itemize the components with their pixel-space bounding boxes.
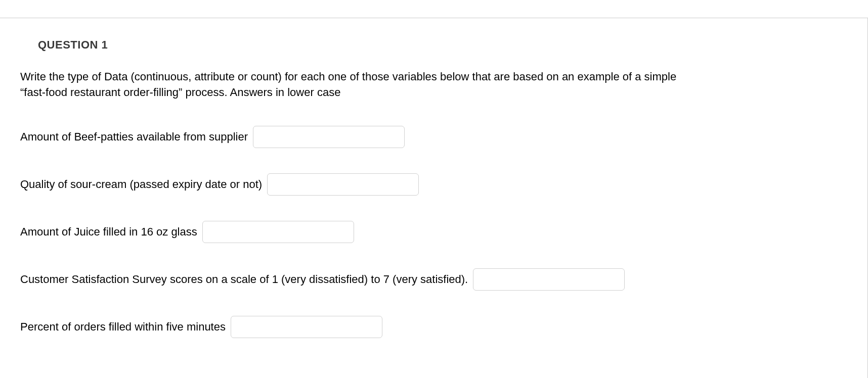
item-row: Percent of orders filled within five min… (20, 316, 847, 338)
item-row: Amount of Beef-patties available from su… (20, 126, 847, 148)
answer-input-beef-patties[interactable] (253, 126, 405, 148)
item-label: Percent of orders filled within five min… (20, 320, 226, 334)
answer-input-percent-orders[interactable] (231, 316, 382, 338)
item-label: Quality of sour-cream (passed expiry dat… (20, 178, 262, 191)
item-row: Amount of Juice filled in 16 oz glass (20, 221, 847, 243)
item-label: Amount of Beef-patties available from su… (20, 130, 248, 144)
top-divider: QUESTION 1 Write the type of Data (conti… (0, 18, 868, 378)
item-label: Customer Satisfaction Survey scores on a… (20, 273, 468, 286)
answer-input-juice[interactable] (202, 221, 354, 243)
question-container: QUESTION 1 Write the type of Data (conti… (0, 18, 867, 378)
question-title: QUESTION 1 (38, 38, 847, 52)
item-row: Quality of sour-cream (passed expiry dat… (20, 173, 847, 196)
question-prompt: Write the type of Data (continuous, attr… (20, 69, 703, 101)
item-label: Amount of Juice filled in 16 oz glass (20, 225, 197, 239)
answer-input-sour-cream[interactable] (267, 173, 419, 196)
answer-input-satisfaction[interactable] (473, 268, 625, 291)
item-row: Customer Satisfaction Survey scores on a… (20, 268, 847, 291)
